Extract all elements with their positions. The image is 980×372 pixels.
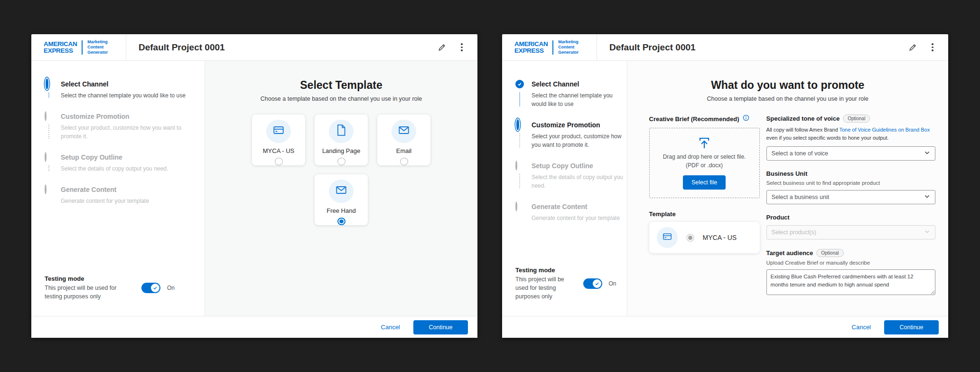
testing-mode-title: Testing mode <box>45 275 135 282</box>
step-todo-indicator <box>45 184 47 194</box>
template-radio-email[interactable] <box>400 158 408 165</box>
template-card-myca-us[interactable]: MYCA - US <box>252 114 305 165</box>
select-file-button[interactable]: Select file <box>683 175 726 190</box>
amex-word-line1: AMERICAN <box>514 41 548 48</box>
amex-wordmark: AMERICAN EXPRESS <box>44 41 77 54</box>
step-todo-indicator <box>45 111 47 121</box>
template-card-free-hand[interactable]: Free Hand <box>315 174 368 225</box>
testing-mode-section: Testing mode This project will be used f… <box>45 275 205 307</box>
step-desc: Select the details of copy output you ne… <box>532 173 627 190</box>
cancel-button[interactable]: Cancel <box>852 324 871 331</box>
credit-card-icon <box>272 124 285 138</box>
template-radio-myca-us[interactable] <box>686 234 694 242</box>
testing-mode-toggle[interactable] <box>141 283 160 293</box>
step-setup-copy-outline[interactable]: Setup Copy Outline Select the details of… <box>515 162 627 202</box>
target-audience-helper: Upload Creative Brief or manually descri… <box>766 260 935 266</box>
testing-mode-toggle[interactable] <box>583 278 602 289</box>
business-unit-helper: Select business unit to find appropriate… <box>766 180 935 186</box>
testing-mode-desc: This project will be used for testing pu… <box>45 284 135 301</box>
step-todo-indicator <box>45 152 47 162</box>
step-desc: Select the channel template you would li… <box>61 91 186 100</box>
step-customize-promotion[interactable]: Customize Promotion Select your product,… <box>515 121 627 162</box>
template-radio-landing-page[interactable] <box>337 158 345 165</box>
tone-guidelines-link[interactable]: Tone of Voice Guidelines on Brand Box <box>839 127 930 133</box>
info-icon[interactable] <box>743 114 749 123</box>
tone-desc-before: All copy will follow Amex Brand <box>766 127 840 133</box>
overflow-menu-icon[interactable] <box>927 42 938 53</box>
wizard-stepper: Select Channel Select the channel templa… <box>502 61 627 316</box>
target-audience-textarea[interactable]: Existing Blue Cash Preferred cardmembers… <box>766 269 935 295</box>
chevron-down-icon <box>924 150 930 157</box>
testing-mode-section: Testing mode This project will be used f… <box>515 267 627 307</box>
step-title: Generate Content <box>532 203 620 210</box>
testing-mode-title: Testing mode <box>515 267 577 274</box>
product-select[interactable]: Select product(s) <box>766 225 935 239</box>
page-title: Default Project 0001 <box>139 42 225 53</box>
cancel-button[interactable]: Cancel <box>381 324 400 331</box>
tone-of-voice-select[interactable]: Select a tone of voice <box>766 146 935 161</box>
template-radio-free-hand[interactable] <box>337 218 345 225</box>
chevron-down-icon <box>924 193 930 201</box>
dropzone-line1: Drag and drop here or select file. <box>663 153 746 160</box>
envelope-icon <box>335 184 347 198</box>
step-title: Setup Copy Outline <box>532 162 627 170</box>
step-desc: Generate content for your template <box>532 214 620 222</box>
credit-card-icon <box>662 231 672 244</box>
step-customize-promotion[interactable]: Customize Promotion Select your product,… <box>45 112 205 153</box>
continue-button[interactable]: Continue <box>413 320 468 334</box>
product-word-line3: Generator <box>87 50 108 55</box>
logo-divider <box>82 40 83 55</box>
window-customize-promotion: AMERICAN EXPRESS Marketing Content Gener… <box>502 34 948 338</box>
amex-logo: AMERICAN EXPRESS Marketing Content Gener… <box>31 34 126 60</box>
step-title: Customize Promotion <box>532 121 627 129</box>
wizard-footer: Cancel Continue <box>31 316 477 338</box>
template-card-myca-us[interactable]: MYCA - US <box>649 222 760 253</box>
step-generate-content[interactable]: Generate Content Generate content for yo… <box>45 185 205 218</box>
business-unit-select[interactable]: Select a business unit <box>766 190 935 204</box>
select-placeholder: Select a business unit <box>772 194 830 200</box>
page-title: Default Project 0001 <box>609 42 696 53</box>
page-icon <box>336 124 347 138</box>
file-dropzone[interactable]: Drag and drop here or select file. (PDF … <box>649 128 760 198</box>
wizard-footer: Cancel Continue <box>502 316 948 338</box>
step-select-channel[interactable]: Select Channel Select the channel templa… <box>515 80 627 121</box>
continue-button[interactable]: Continue <box>884 320 939 334</box>
product-word-line3: Generator <box>558 50 579 55</box>
tone-of-voice-desc: All copy will follow Amex Brand Tone of … <box>766 126 935 142</box>
step-active-indicator <box>46 78 48 89</box>
overflow-menu-icon[interactable] <box>457 42 467 53</box>
step-title: Customize Promotion <box>61 113 195 120</box>
step-title: Select Channel <box>61 80 186 88</box>
step-active-indicator <box>516 119 519 130</box>
wizard-stepper: Select Channel Select the channel templa… <box>31 61 205 316</box>
logo-divider <box>552 40 553 55</box>
step-done-check-icon <box>515 80 524 88</box>
template-radio-myca-us[interactable] <box>275 158 283 165</box>
step-generate-content[interactable]: Generate Content Generate content for yo… <box>515 202 627 235</box>
template-card-landing-page[interactable]: Landing Page <box>315 114 368 165</box>
edit-pencil-icon[interactable] <box>907 42 918 53</box>
customize-promotion-main: What do you want to promote Choose a tem… <box>627 61 948 316</box>
main-subtitle: Choose a template based on the channel y… <box>205 95 477 102</box>
app-header: AMERICAN EXPRESS Marketing Content Gener… <box>502 34 948 61</box>
product-wordmark: Marketing Content Generator <box>87 39 108 55</box>
main-subtitle: Choose a template based on the channel y… <box>627 95 948 102</box>
template-card-email[interactable]: Email <box>377 114 430 165</box>
step-title: Setup Copy Outline <box>61 153 168 161</box>
business-unit-label: Business Unit <box>766 170 935 177</box>
template-label: MYCA - US <box>703 234 737 241</box>
step-title: Generate Content <box>61 186 149 193</box>
target-audience-label: Target audience <box>766 249 813 257</box>
step-setup-copy-outline[interactable]: Setup Copy Outline Select the details of… <box>45 153 205 185</box>
step-desc: Select your product, customize how you w… <box>61 124 195 141</box>
product-wordmark: Marketing Content Generator <box>558 39 579 55</box>
step-select-channel[interactable]: Select Channel Select the channel templa… <box>45 80 205 112</box>
amex-word-line2: EXPRESS <box>514 48 548 54</box>
tone-desc-after: even if you select specific words to hon… <box>766 135 889 141</box>
edit-pencil-icon[interactable] <box>437 42 447 53</box>
testing-mode-desc: This project will be used for testing pu… <box>515 275 577 301</box>
select-template-main: Select Template Choose a template based … <box>205 61 477 316</box>
template-section-label: Template <box>649 210 760 218</box>
step-desc: Select the details of copy output you ne… <box>61 164 168 173</box>
amex-word-line1: AMERICAN <box>44 41 77 48</box>
